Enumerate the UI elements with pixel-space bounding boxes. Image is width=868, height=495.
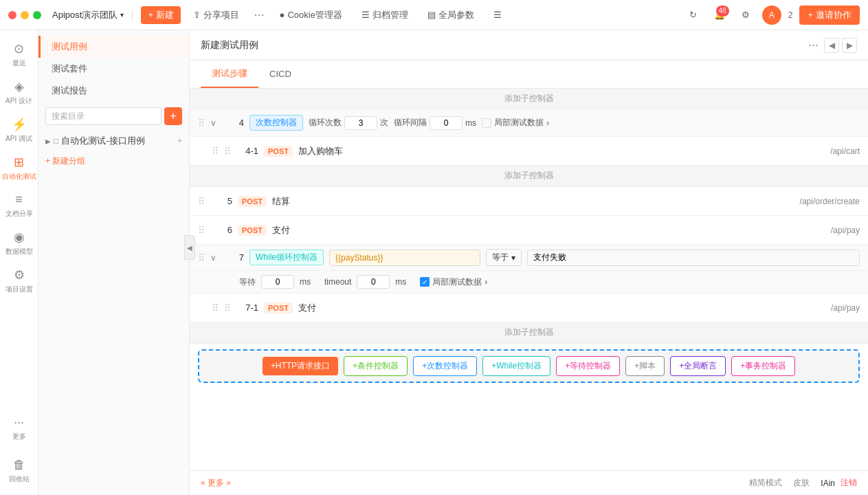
sidebar-item-more[interactable]: ··· 更多 [0, 410, 38, 447]
step7-condition-input[interactable] [329, 250, 480, 266]
step7-chevron[interactable]: ∨ [210, 253, 216, 263]
add-script-button[interactable]: +脚本 [625, 356, 665, 376]
step7-local-data-arrow-icon: › [485, 277, 487, 287]
refine-mode-button[interactable]: 精简模式 [749, 477, 782, 489]
logout-button[interactable]: 注销 [841, 477, 857, 489]
topbar-more-button[interactable]: ··· [252, 8, 267, 22]
add-condition-button[interactable]: +条件控制器 [344, 356, 408, 376]
step41-outer-drag[interactable]: ⠿ [212, 146, 219, 156]
avatar[interactable]: A [762, 6, 781, 25]
add-controller-bottom-label: 添加子控制器 [504, 327, 554, 338]
archive-button[interactable]: ☰ 归档管理 [355, 6, 415, 24]
add-condition-label: +条件控制器 [353, 360, 399, 372]
share-label: 分享项目 [203, 9, 239, 21]
nav-next-button[interactable]: ▶ [842, 38, 857, 53]
step7-local-data-checkbox[interactable]: ✓ [420, 277, 430, 287]
page-title: 新建测试用例 [201, 39, 808, 52]
maximize-btn[interactable] [33, 11, 41, 19]
timeout-val-input[interactable] [357, 275, 390, 289]
step7-op-selector[interactable]: 等于 ▾ [486, 249, 522, 266]
global-params-button[interactable]: ▤ 全局参数 [421, 6, 481, 24]
tab-cicd[interactable]: CICD [258, 62, 302, 87]
step71-num: 7-1 [236, 302, 258, 313]
step6-url: /api/pay [831, 226, 860, 235]
step4-loop-count-field: 循环次数 次 [309, 116, 388, 130]
more-button[interactable]: « 更多 » [201, 477, 231, 489]
sidebar-item-api-debug[interactable]: ⚡ API 调试 [0, 111, 38, 149]
settings-button[interactable]: ⚙ [736, 6, 755, 25]
refresh-button[interactable]: ↻ [684, 6, 703, 25]
test-report-label: 测试报告 [52, 85, 87, 96]
loop-count-input[interactable] [344, 116, 377, 130]
add-http-button[interactable]: +HTTP请求接口 [263, 357, 338, 375]
step71-url: /api/pay [831, 303, 860, 313]
add-controller-mid[interactable]: 添加子控制器 [190, 166, 868, 186]
step6-method: POST [238, 225, 267, 236]
add-controller-top[interactable]: 添加子控制器 [190, 89, 868, 109]
step6-drag-handle[interactable]: ⠿ [198, 226, 205, 235]
tab-test-steps[interactable]: 测试步骤 [201, 60, 258, 88]
collapse-panel-button[interactable]: ◀ [184, 235, 195, 260]
team-selector[interactable]: Apipost演示团队 ▾ [52, 9, 124, 21]
tab-test-report[interactable]: 测试报告 [38, 80, 189, 102]
loop-count-label: 循环次数 [309, 117, 342, 129]
add-global-var-button[interactable]: +全局断言 [670, 356, 726, 376]
collab-button[interactable]: + 邀请协作 [799, 6, 860, 25]
step71-name: 支付 [298, 302, 825, 314]
add-controller-bottom[interactable]: 添加子控制器 [190, 322, 868, 343]
notification-button[interactable]: 🔔 48 [710, 6, 729, 25]
step71-inner-drag[interactable]: ⠿ [224, 303, 231, 313]
sidebar-item-data-model[interactable]: ◉ 数据模型 [0, 224, 38, 262]
more-icon: ··· [14, 415, 24, 430]
interval-input[interactable] [430, 116, 463, 130]
wait-val-input[interactable] [261, 275, 294, 289]
sidebar-item-doc-share[interactable]: ≡ 文档分享 [0, 187, 38, 224]
sidebar-item-recycle[interactable]: 🗑 回收站 [0, 452, 38, 490]
topbar-menu-button[interactable]: ☰ [487, 7, 509, 23]
search-input[interactable] [45, 107, 162, 125]
topbar: Apipost演示团队 ▾ + 新建 ⇪ 分享项目 ··· ● Cookie管理… [0, 0, 868, 30]
step7-drag-handle[interactable]: ⠿ [198, 253, 205, 263]
step7-value-input[interactable] [527, 250, 860, 266]
cookie-manager-button[interactable]: ● Cookie管理器 [273, 6, 349, 24]
step4-drag-handle[interactable]: ⠿ [198, 118, 205, 128]
api-debug-icon: ⚡ [12, 117, 27, 132]
add-folder-button[interactable]: + [164, 107, 182, 125]
minimize-btn[interactable] [21, 11, 29, 19]
local-data-label: 局部测试数据 [494, 117, 544, 129]
close-btn[interactable] [8, 11, 16, 19]
add-count-button[interactable]: +次数控制器 [413, 356, 477, 376]
sidebar-item-recent[interactable]: ⊙ 最近 [0, 36, 38, 74]
bottom-bar: « 更多 » 精简模式 皮肤 IAin 注销 [190, 470, 868, 495]
step4-chevron[interactable]: ∨ [210, 118, 216, 128]
recycle-label: 回收站 [9, 474, 30, 484]
header-more-button[interactable]: ··· [808, 38, 819, 52]
archive-label: 归档管理 [372, 9, 408, 21]
tab-test-suite[interactable]: 测试套件 [38, 58, 189, 80]
sidebar-item-api-design[interactable]: ◈ API 设计 [0, 74, 38, 111]
new-group-button[interactable]: + 新建分组 [38, 151, 189, 171]
sidebar-item-project-settings[interactable]: ⚙ 项目设置 [0, 262, 38, 300]
step71-outer-drag[interactable]: ⠿ [212, 303, 219, 313]
doc-share-label: 文档分享 [5, 209, 33, 219]
sidebar-item-auto-test[interactable]: ⊞ 自动化测试 [0, 149, 38, 187]
new-button[interactable]: + 新建 [141, 6, 180, 24]
step4-local-data-checkbox[interactable] [482, 118, 491, 128]
add-transaction-button[interactable]: +事务控制器 [731, 356, 795, 376]
step41-inner-drag[interactable]: ⠿ [224, 146, 231, 156]
add-wait-button[interactable]: +等待控制器 [556, 356, 620, 376]
share-project-button[interactable]: ⇪ 分享项目 [186, 6, 246, 24]
step71-row: ⠿ ⠿ 7-1 POST 支付 /api/pay [190, 294, 868, 322]
tab-test-case[interactable]: 测试用例 [38, 36, 189, 58]
tree-item-add-icon[interactable]: + [177, 136, 182, 146]
step71-method: POST [264, 302, 293, 314]
steps-scroll-area[interactable]: 添加子控制器 ⠿ ∨ 4 次数控制器 循环次数 次 循环间隔 [190, 89, 868, 470]
folder-icon: □ [54, 136, 58, 146]
nav-prev-button[interactable]: ◀ [824, 38, 839, 53]
skin-button[interactable]: 皮肤 [793, 477, 810, 489]
step5-drag-handle[interactable]: ⠿ [198, 197, 205, 206]
user-label: IAin [821, 478, 835, 488]
nav-arrows: ◀ ▶ [824, 38, 857, 53]
add-while-button[interactable]: +While控制器 [482, 356, 550, 376]
tree-item-auto-test[interactable]: ▶ □ 自动化测试-接口用例 + [38, 131, 189, 151]
